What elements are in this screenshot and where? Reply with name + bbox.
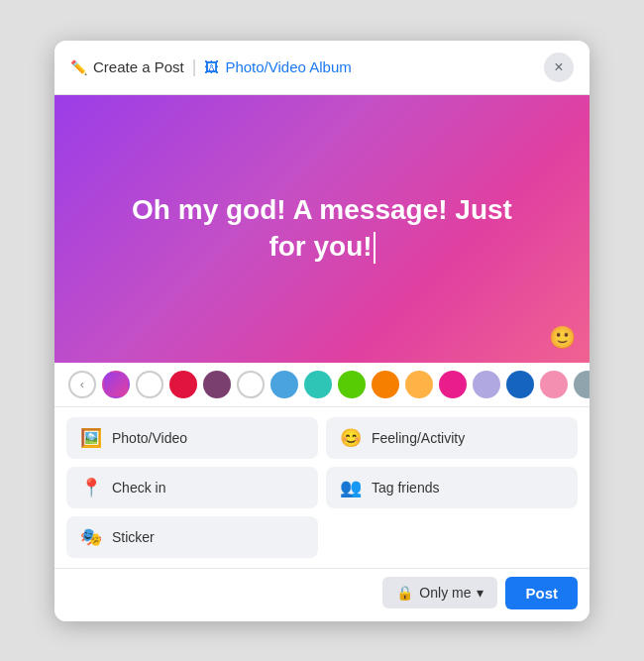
post-message: Oh my god! A message! Justfor you! [92, 192, 552, 265]
close-button[interactable]: × [544, 53, 574, 82]
tag-friends-button[interactable]: 👥 Tag friends [326, 467, 578, 508]
color-purple-dark[interactable] [203, 371, 231, 398]
create-post-modal: ✏️ Create a Post | 🖼 Photo/Video Album ×… [54, 41, 590, 621]
text-cursor [374, 232, 376, 264]
album-label-container: 🖼 Photo/Video Album [204, 58, 351, 75]
color-blue-medium[interactable] [506, 371, 534, 398]
color-pink[interactable] [439, 371, 467, 398]
check-in-button[interactable]: 📍 Check in [66, 467, 318, 508]
create-post-label: Create a Post [93, 58, 184, 75]
color-red[interactable] [169, 371, 197, 398]
sticker-button[interactable]: 🎭 Sticker [66, 516, 318, 558]
color-yellow-orange[interactable] [405, 371, 433, 398]
color-gray[interactable] [574, 371, 590, 398]
modal-header: ✏️ Create a Post | 🖼 Photo/Video Album × [54, 41, 590, 95]
color-lavender[interactable] [473, 371, 500, 398]
color-pink-light[interactable] [540, 371, 568, 398]
sticker-label: Sticker [112, 529, 155, 545]
tag-friends-label: Tag friends [372, 480, 439, 496]
post-canvas: Oh my god! A message! Justfor you! 🙂 [54, 95, 590, 363]
album-label: Photo/Video Album [225, 58, 351, 75]
actions-grid: 🖼️ Photo/Video 😊 Feeling/Activity 📍 Chec… [54, 407, 590, 568]
post-button[interactable]: Post [505, 577, 578, 609]
check-in-label: Check in [112, 480, 165, 496]
tag-friends-icon: 👥 [340, 477, 362, 498]
color-nav-prev[interactable]: ‹ [68, 371, 96, 398]
feeling-activity-icon: 😊 [340, 427, 362, 449]
sticker-icon: 🎭 [80, 526, 102, 548]
color-white[interactable] [136, 371, 163, 398]
header-separator: | [192, 56, 197, 77]
header-left: ✏️ Create a Post [70, 58, 184, 75]
feeling-activity-label: Feeling/Activity [372, 430, 465, 446]
photo-video-label: Photo/Video [112, 430, 187, 446]
album-icon: 🖼 [204, 58, 219, 75]
pencil-icon: ✏️ [70, 59, 87, 75]
photo-video-icon: 🖼️ [80, 427, 102, 449]
emoji-button[interactable]: 🙂 [549, 325, 576, 351]
photo-video-button[interactable]: 🖼️ Photo/Video [66, 417, 318, 459]
color-gradient-purple[interactable] [102, 371, 130, 398]
color-blue-light[interactable] [270, 371, 298, 398]
color-orange[interactable] [372, 371, 399, 398]
color-bar: ‹ [54, 363, 590, 407]
lock-icon: 🔒 [396, 585, 413, 601]
check-in-icon: 📍 [80, 477, 102, 498]
feeling-activity-button[interactable]: 😊 Feeling/Activity [326, 417, 578, 459]
color-white-selected[interactable] [237, 371, 265, 398]
privacy-label: Only me [419, 585, 471, 601]
color-teal[interactable] [304, 371, 332, 398]
privacy-button[interactable]: 🔒 Only me ▾ [382, 577, 497, 608]
color-green[interactable] [338, 371, 366, 398]
modal-footer: 🔒 Only me ▾ Post [54, 568, 590, 621]
privacy-arrow-icon: ▾ [477, 585, 483, 601]
